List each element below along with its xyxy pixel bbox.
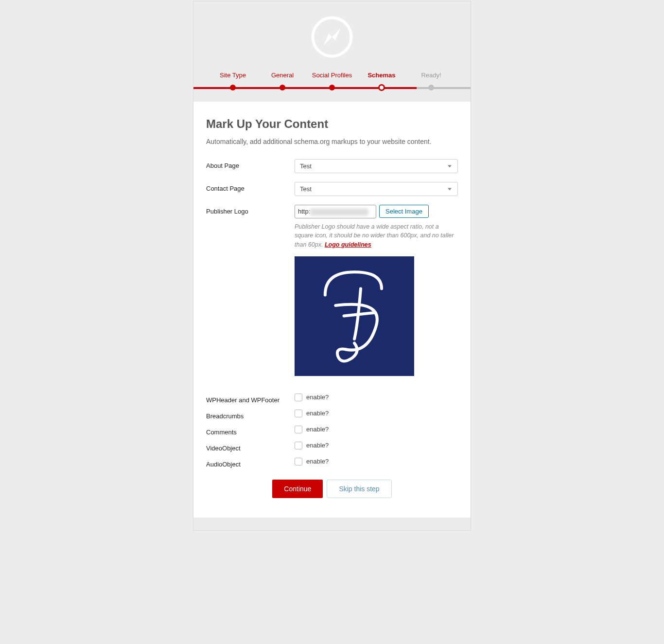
step-schemas[interactable]: Schemas [357, 72, 406, 91]
wpheader-checkbox-label[interactable]: enable? [295, 394, 458, 401]
wpheader-row: WPHeader and WPFooter enable? [206, 394, 458, 404]
comments-label: Comments [206, 426, 295, 436]
wizard-footer [193, 518, 471, 530]
publisher-logo-preview [295, 256, 414, 376]
wizard-actions: Continue Skip this step [206, 480, 458, 498]
checkbox-text: enable? [306, 458, 329, 465]
video-checkbox[interactable] [295, 442, 302, 449]
step-label: General [258, 72, 307, 79]
breadcrumbs-checkbox[interactable] [295, 410, 302, 417]
url-prefix: http: [298, 208, 310, 215]
contact-page-select[interactable]: Test [295, 182, 458, 196]
about-page-row: About Page Test [206, 159, 458, 173]
step-dot-icon [230, 85, 236, 90]
step-general[interactable]: General [258, 72, 307, 91]
logo-preview-icon [313, 265, 396, 367]
wpheader-checkbox[interactable] [295, 394, 302, 401]
skip-button[interactable]: Skip this step [327, 480, 391, 498]
wizard-content: Mark Up Your Content Automatically, add … [193, 102, 471, 518]
audio-checkbox-label[interactable]: enable? [295, 458, 458, 465]
video-checkbox-label[interactable]: enable? [295, 442, 458, 449]
publisher-logo-url-input[interactable]: http: [295, 205, 376, 218]
checkbox-text: enable? [306, 410, 329, 417]
setup-wizard: Site Type General Social Profiles Schema… [193, 1, 471, 531]
page-description: Automatically, add additional schema.org… [206, 138, 458, 145]
select-image-button[interactable]: Select Image [379, 205, 429, 218]
comments-checkbox[interactable] [295, 426, 302, 433]
compass-logo-icon [311, 16, 353, 58]
continue-button[interactable]: Continue [272, 480, 323, 498]
page-title: Mark Up Your Content [206, 117, 458, 131]
step-site-type[interactable]: Site Type [208, 72, 258, 91]
comments-row: Comments enable? [206, 426, 458, 436]
about-page-label: About Page [206, 159, 295, 169]
publisher-logo-hint: Publisher Logo should have a wide aspect… [295, 222, 458, 250]
step-ready[interactable]: Ready! [406, 72, 456, 91]
checkbox-text: enable? [306, 442, 329, 449]
breadcrumbs-row: Breadcrumbs enable? [206, 410, 458, 420]
publisher-logo-label: Publisher Logo [206, 205, 295, 215]
step-label: Social Profiles [307, 72, 357, 79]
breadcrumbs-label: Breadcrumbs [206, 410, 295, 420]
publisher-logo-row: Publisher Logo http: Select Image Publis… [206, 205, 458, 376]
video-label: VideoObject [206, 442, 295, 452]
contact-page-label: Contact Page [206, 182, 295, 192]
step-social[interactable]: Social Profiles [307, 72, 357, 91]
wizard-header: Site Type General Social Profiles Schema… [193, 1, 471, 102]
contact-page-row: Contact Page Test [206, 182, 458, 196]
step-label: Schemas [357, 72, 406, 79]
step-dot-icon [428, 85, 434, 90]
select-value: Test [300, 185, 312, 193]
breadcrumbs-checkbox-label[interactable]: enable? [295, 410, 458, 417]
wpheader-label: WPHeader and WPFooter [206, 394, 295, 404]
step-dot-icon [280, 85, 285, 90]
audio-label: AudioObject [206, 458, 295, 468]
hint-text: Publisher Logo should have a wide aspect… [295, 223, 454, 249]
select-value: Test [300, 162, 312, 170]
checkbox-text: enable? [306, 394, 329, 401]
wizard-steps: Site Type General Social Profiles Schema… [193, 72, 471, 91]
audio-row: AudioObject enable? [206, 458, 458, 468]
url-blurred [310, 209, 368, 215]
about-page-select[interactable]: Test [295, 159, 458, 173]
audio-checkbox[interactable] [295, 458, 302, 465]
video-row: VideoObject enable? [206, 442, 458, 452]
step-dot-icon [378, 84, 385, 91]
checkbox-text: enable? [306, 426, 329, 433]
logo-guidelines-link[interactable]: Logo guidelines [325, 241, 371, 248]
step-label: Ready! [406, 72, 456, 79]
step-label: Site Type [208, 72, 258, 79]
step-dot-icon [329, 85, 335, 90]
comments-checkbox-label[interactable]: enable? [295, 426, 458, 433]
